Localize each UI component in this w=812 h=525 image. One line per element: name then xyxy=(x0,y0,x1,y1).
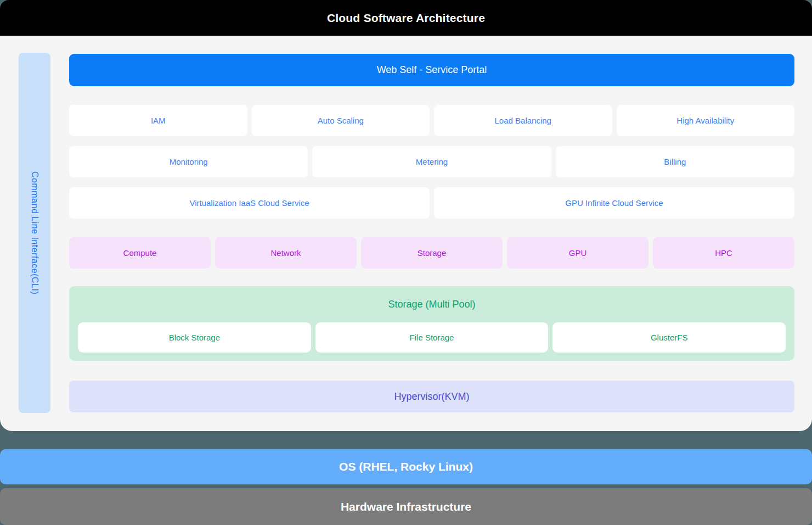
page-title: Cloud Software Architecture xyxy=(327,12,485,25)
block-file-storage: File Storage xyxy=(315,322,549,353)
storage-multi-pool-title: Storage (Multi Pool) xyxy=(78,293,786,315)
title-bar: Cloud Software Architecture xyxy=(0,0,812,36)
block-iam: IAM xyxy=(69,105,247,136)
row-storage-types: Block Storage File Storage GlusterFS xyxy=(78,322,786,353)
block-os-layer: OS (RHEL, Rocky Linux) xyxy=(0,449,812,484)
block-metering: Metering xyxy=(312,146,551,177)
row-operations: Monitoring Metering Billing xyxy=(69,146,794,177)
row-resources: Compute Network Storage GPU HPC xyxy=(69,237,794,269)
block-storage: Storage xyxy=(361,237,503,269)
row-platform-features: IAM Auto Scaling Load Balancing High Ava… xyxy=(69,105,794,136)
cloud-architecture-diagram: Cloud Software Architecture Command Line… xyxy=(0,0,812,525)
section-storage-multi-pool: Storage (Multi Pool) Block Storage File … xyxy=(69,286,794,361)
block-hardware-infrastructure: Hardware Infrastructure xyxy=(0,488,812,525)
block-gpu-infinite-cloud-service: GPU Infinite Cloud Service xyxy=(434,187,794,219)
block-high-availability: High Availability xyxy=(617,105,795,136)
panel-content: Web Self - Service Portal IAM Auto Scali… xyxy=(69,53,794,431)
main-panel: Command Line Interface(CLI) Web Self - S… xyxy=(0,36,812,431)
architecture-card: Cloud Software Architecture Command Line… xyxy=(0,0,812,431)
block-web-self-service-portal: Web Self - Service Portal xyxy=(69,54,794,86)
cli-sidebar: Command Line Interface(CLI) xyxy=(19,53,50,413)
block-auto-scaling: Auto Scaling xyxy=(252,105,430,136)
block-monitoring: Monitoring xyxy=(69,146,308,177)
cli-label: Command Line Interface(CLI) xyxy=(30,171,40,294)
block-virtualization-iaas-cloud-service: Virtualization IaaS Cloud Service xyxy=(69,187,430,219)
block-glusterfs: GlusterFS xyxy=(552,322,786,353)
block-compute: Compute xyxy=(69,237,211,269)
block-billing: Billing xyxy=(556,146,794,177)
block-load-balancing: Load Balancing xyxy=(434,105,612,136)
block-hypervisor-kvm: Hypervisor(KVM) xyxy=(69,381,794,412)
block-hpc: HPC xyxy=(653,237,794,269)
block-block-storage: Block Storage xyxy=(78,322,311,353)
block-gpu: GPU xyxy=(507,237,649,269)
block-network: Network xyxy=(215,237,357,269)
row-cloud-services: Virtualization IaaS Cloud Service GPU In… xyxy=(69,187,794,219)
